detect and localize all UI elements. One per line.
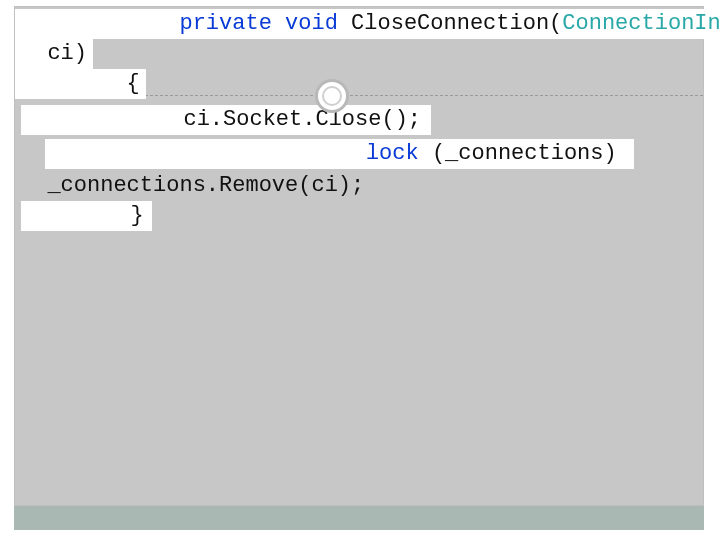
code-line-7: } [15, 201, 703, 231]
code-box: private void CloseConnection(ConnectionI… [14, 6, 704, 506]
param-ci: ci) [21, 39, 87, 69]
keyword-void: void [285, 11, 338, 36]
brace-open: { [21, 69, 140, 99]
method-name: CloseConnection( [338, 11, 562, 36]
keyword-lock: lock [366, 141, 419, 166]
code-content: private void CloseConnection(ConnectionI… [15, 7, 703, 231]
code-line-2: ci) [15, 39, 703, 69]
code-line-3: { [15, 69, 703, 99]
brace-close: } [25, 201, 144, 231]
code-line-5: lock (_connections) [15, 139, 703, 171]
slide: private void CloseConnection(ConnectionI… [0, 0, 720, 540]
bottom-accent-bar [14, 506, 704, 530]
ring-decor-icon [315, 79, 349, 113]
lock-args: (_connections) [419, 141, 630, 166]
keyword-private: private [179, 11, 271, 36]
code-line-6: _connections.Remove(ci); [15, 171, 703, 201]
remove-call: _connections.Remove(ci); [21, 171, 364, 201]
code-line-1: private void CloseConnection(ConnectionI… [15, 9, 703, 39]
lock-indent [207, 141, 365, 166]
type-connectioninfo: ConnectionInfo [562, 11, 720, 36]
